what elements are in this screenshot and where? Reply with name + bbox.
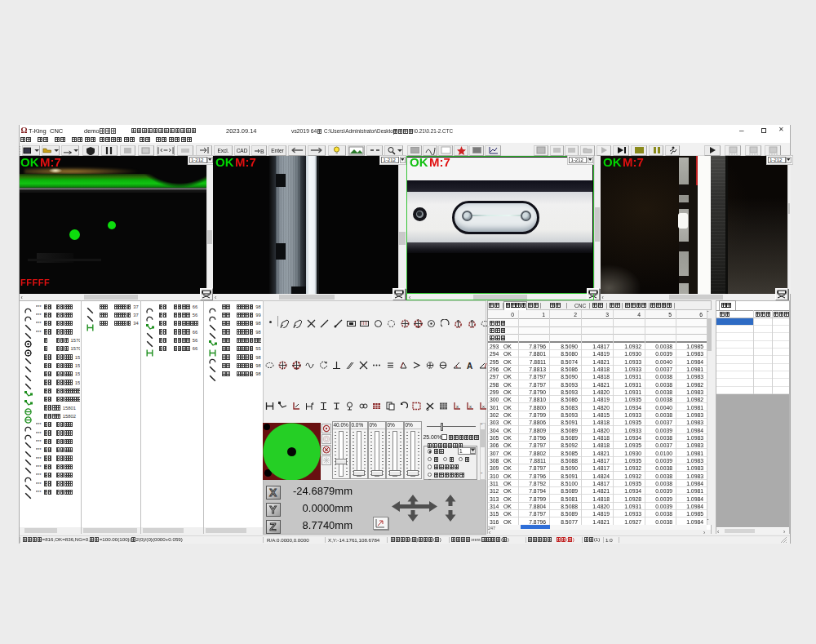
- svg-text:x: x: [482, 404, 485, 409]
- svg-text:x: x: [469, 404, 472, 409]
- svg-text:B: B: [260, 149, 264, 154]
- svg-text:A: A: [467, 361, 472, 370]
- svg-text:x: x: [456, 404, 459, 409]
